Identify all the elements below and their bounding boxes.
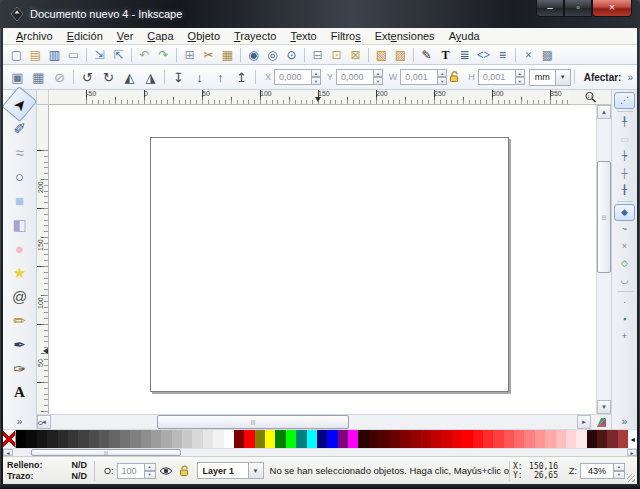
- zoom-page-icon[interactable]: ⊙: [282, 46, 301, 64]
- close-button[interactable]: ×: [592, 0, 632, 17]
- rotate-ccw-icon[interactable]: ↺: [77, 67, 98, 87]
- unlink-clone-icon[interactable]: ⊠: [346, 46, 365, 64]
- color-none-swatch[interactable]: [3, 430, 16, 448]
- tool-calligraphy[interactable]: ✑: [6, 356, 33, 380]
- document-properties-icon[interactable]: ▩: [538, 46, 557, 64]
- tool-spiral[interactable]: @: [6, 284, 33, 308]
- w-field[interactable]: 0,001: [400, 69, 438, 85]
- print-icon[interactable]: ▭: [64, 46, 83, 64]
- cut-icon[interactable]: ✂: [199, 46, 218, 64]
- minimize-button[interactable]: –: [536, 0, 564, 17]
- color-swatch[interactable]: [275, 430, 285, 448]
- color-swatch[interactable]: [307, 430, 317, 448]
- flip-vertical-icon[interactable]: ◮: [140, 67, 161, 87]
- tool-ellipse[interactable]: ●: [6, 236, 33, 260]
- tool-bezier-pen[interactable]: ✒: [6, 332, 33, 356]
- rotate-cw-icon[interactable]: ↻: [98, 67, 119, 87]
- tool-3d-box[interactable]: ◧: [6, 212, 33, 236]
- color-swatch[interactable]: [607, 430, 617, 448]
- snap-cusp-nodes-icon[interactable]: ◇: [614, 255, 635, 272]
- color-swatch[interactable]: [545, 430, 555, 448]
- maximize-button[interactable]: ▫: [564, 0, 592, 17]
- color-swatch[interactable]: [514, 430, 524, 448]
- horizontal-scrollbar[interactable]: ◄ ||| ►: [37, 414, 611, 429]
- color-swatch[interactable]: [462, 430, 472, 448]
- color-swatch[interactable]: [16, 430, 26, 448]
- color-swatch[interactable]: [535, 430, 545, 448]
- duplicate-icon[interactable]: ⊟: [308, 46, 327, 64]
- color-swatch[interactable]: [369, 430, 379, 448]
- color-swatch[interactable]: [566, 430, 576, 448]
- menu-item[interactable]: Ver: [110, 29, 141, 43]
- zoom-selection-icon[interactable]: ◉: [244, 46, 263, 64]
- snap-smooth-nodes-icon[interactable]: ◡: [614, 272, 635, 289]
- snap-bbox-icon[interactable]: ╀: [614, 114, 635, 131]
- color-swatch[interactable]: [493, 430, 503, 448]
- color-swatch[interactable]: [483, 430, 493, 448]
- toolbar-overflow-icon[interactable]: »: [627, 72, 633, 83]
- snap-midpoints-icon[interactable]: ∙: [614, 294, 635, 311]
- tool-tweak[interactable]: ≈: [6, 140, 33, 164]
- color-swatch[interactable]: [587, 430, 597, 448]
- vertical-scroll-thumb[interactable]: ☰: [597, 161, 611, 273]
- color-swatch[interactable]: [78, 430, 88, 448]
- layers-dialog-icon[interactable]: ≣: [455, 46, 474, 64]
- fill-stroke-dialog-icon[interactable]: ✎: [417, 46, 436, 64]
- color-swatch[interactable]: [317, 430, 327, 448]
- color-swatch[interactable]: [109, 430, 119, 448]
- color-swatch[interactable]: [234, 430, 244, 448]
- x-spinner[interactable]: ▲▼: [312, 69, 321, 85]
- redo-icon[interactable]: ↷: [154, 46, 173, 64]
- undo-icon[interactable]: ↶: [135, 46, 154, 64]
- color-swatch[interactable]: [358, 430, 368, 448]
- units-combo[interactable]: mm ▼: [529, 69, 571, 86]
- xml-editor-icon[interactable]: <>: [474, 46, 493, 64]
- color-swatch[interactable]: [224, 430, 234, 448]
- y-field[interactable]: 0,000: [336, 69, 374, 85]
- snap-object-centers-icon[interactable]: ▪: [614, 311, 635, 328]
- color-swatch[interactable]: [327, 430, 337, 448]
- color-swatch[interactable]: [338, 430, 348, 448]
- opacity-spinner[interactable]: ▲▼: [145, 463, 156, 479]
- raise-icon[interactable]: ↑: [210, 67, 231, 87]
- color-swatch[interactable]: [141, 430, 151, 448]
- snap-bbox-centers-icon[interactable]: ╂: [614, 182, 635, 199]
- horizontal-ruler[interactable]: -50050100150200250300350: [49, 90, 570, 105]
- color-swatch[interactable]: [400, 430, 410, 448]
- lock-ratio-icon[interactable]: [449, 71, 460, 83]
- copy-icon[interactable]: ⊞: [180, 46, 199, 64]
- select-all-layers-icon[interactable]: ▦: [28, 67, 49, 87]
- color-swatch[interactable]: [348, 430, 358, 448]
- scroll-right-icon[interactable]: ►: [577, 415, 591, 429]
- vertical-ruler[interactable]: 200150100500: [37, 105, 49, 414]
- scroll-up-icon[interactable]: ▲: [597, 105, 611, 119]
- layer-selector[interactable]: Layer 1 ▼: [197, 462, 264, 479]
- preferences-icon[interactable]: ×: [519, 46, 538, 64]
- ungroup-icon[interactable]: ▨: [391, 46, 410, 64]
- menu-item[interactable]: Extensiones: [368, 29, 442, 43]
- snap-paths-icon[interactable]: ~: [614, 221, 635, 238]
- tool-zoom[interactable]: ○: [6, 164, 33, 188]
- group-icon[interactable]: ▧: [372, 46, 391, 64]
- color-swatch[interactable]: [524, 430, 534, 448]
- toolbox-overflow-icon[interactable]: »: [17, 416, 23, 427]
- menu-item[interactable]: Filtros: [324, 29, 368, 43]
- palette-scroll-left-icon[interactable]: ◄: [3, 449, 13, 456]
- menu-item[interactable]: Trayecto: [227, 29, 283, 43]
- color-swatch[interactable]: [286, 430, 296, 448]
- save-document-icon[interactable]: ▥: [45, 46, 64, 64]
- import-icon[interactable]: ⇲: [90, 46, 109, 64]
- color-swatch[interactable]: [161, 430, 171, 448]
- palette-scroll-arrow-icon[interactable]: ◄: [628, 430, 637, 448]
- fill-value[interactable]: N/D: [72, 460, 88, 470]
- color-swatch[interactable]: [441, 430, 451, 448]
- color-swatch[interactable]: [431, 430, 441, 448]
- color-swatch[interactable]: [89, 430, 99, 448]
- new-document-icon[interactable]: ▢: [7, 46, 26, 64]
- color-swatch[interactable]: [151, 430, 161, 448]
- zoom-spinner[interactable]: ▲▼: [614, 463, 625, 479]
- menu-item[interactable]: Texto: [283, 29, 323, 43]
- color-swatch[interactable]: [410, 430, 420, 448]
- menu-item[interactable]: Archivo: [9, 29, 60, 43]
- open-document-icon[interactable]: ▤: [26, 46, 45, 64]
